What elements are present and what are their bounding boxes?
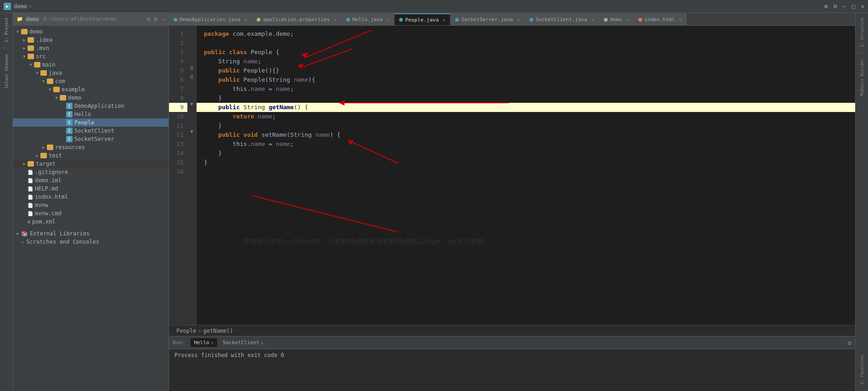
tab-demo-md[interactable]: demo ✕ [599,13,634,25]
tree-hello[interactable]: C Hello [13,110,169,118]
code-line-6: public People(String name){ [197,75,855,84]
hello-tab-close[interactable]: ✕ [211,341,214,345]
gear-icon[interactable]: ⚙ [147,16,151,22]
tree-gitignore[interactable]: 📄 .gitignore [13,168,169,176]
settings-icon[interactable]: ⚙ [824,3,828,10]
tree-arrow: ▶ [21,46,28,50]
tree-src[interactable]: ▼ src [13,52,169,61]
hide-icon[interactable]: — [161,16,165,22]
tree-test[interactable]: ▶ test [13,151,169,160]
tree-label: .gitignore [35,169,68,175]
tree-idea[interactable]: ▶ .idea [13,36,169,44]
project-tool-icon[interactable]: 1: Project [2,16,10,44]
tree-mvnw[interactable]: 📄 mvnw [13,201,169,209]
tab-close-icon[interactable]: ✕ [443,17,445,22]
title-bar: ▶ demo ▾ ⚙ ⊟ — □ ✕ [0,0,868,13]
tree-label: demo [68,95,81,101]
tree-arrow: ▶ [21,162,28,166]
minimize-icon[interactable]: — [843,3,846,10]
socketclient-tab-close[interactable]: ✕ [261,341,264,345]
code-line-3: public class People { [197,48,855,57]
tree-external-libs[interactable]: ▶ 📚 External Libraries [13,229,169,238]
tab-label: People.java [405,17,439,23]
favorites-panel-icon[interactable]: 2: Favorites [859,352,865,387]
tree-socketclient[interactable]: C SocketClient [13,127,169,135]
project-header-controls: ⚙ ⊞ — [147,16,165,22]
tree-pom[interactable]: m pom.xml [13,218,169,226]
right-sidebar: Z: Structure MyBatis Builder 2: Favorite… [855,13,868,391]
code-line-1: package com.example.demo; [197,29,855,39]
breadcrumb-people[interactable]: People [176,328,196,334]
tab-close-icon[interactable]: ✕ [387,17,389,22]
tab-people[interactable]: People.java ✕ [395,13,451,25]
tab-close-icon[interactable]: ✕ [517,17,520,22]
tab-label: DemoApplication.java [180,17,240,22]
tree-example[interactable]: ▼ example [13,85,169,94]
tab-label: SocketClient.java [535,17,587,22]
folder-icon [47,145,53,150]
tab-socketserver[interactable]: SocketServer.java ✕ [451,13,525,25]
tab-close-icon[interactable]: ✕ [334,17,337,22]
tree-label: resources [55,144,85,151]
line-numbers: 1 2 3 4 5 6 7 8 9 10 11 12 13 14 [169,26,187,325]
tree-arrow: ▼ [40,79,47,84]
bottom-gear-icon[interactable]: ⚙ [848,339,851,346]
folder-icon [47,78,53,84]
color-chooser-icon[interactable]: Colour Chooser [3,52,10,90]
tab-socketclient-run[interactable]: SocketClient ✕ [219,338,267,347]
tab-socketclient[interactable]: SocketClient.java ✕ [525,13,599,25]
svg-line-8 [252,196,399,232]
tree-main[interactable]: ▼ main [13,61,169,69]
tree-socketserver[interactable]: C SocketServer [13,135,169,143]
maximize-icon[interactable]: □ [851,3,855,10]
tab-demoapplication[interactable]: DemoApplication.java ✕ [169,13,252,25]
tree-label: mvnw [35,202,48,208]
bottom-panel: Run: Hello ✕ SocketClient ✕ ⚙ Process [169,336,855,391]
code-content[interactable]: package com.example.demo; public class P… [197,26,855,325]
tree-demo-iml[interactable]: 📄 demo.iml [13,176,169,184]
project-panel: 📁 demo D:\Users\XF\Desktop\demo ⚙ ⊞ — ▼ … [13,13,169,391]
mybatis-panel-icon[interactable]: MyBatis Builder [859,56,865,99]
window-controls: ⚙ ⊟ — □ ✕ [824,3,864,10]
socketclient-tab-label: SocketClient [223,340,259,346]
tree-label: SocketClient [74,128,114,134]
folder-icon [28,161,34,167]
tab-hello-run[interactable]: Hello ✕ [191,338,218,347]
tree-people[interactable]: C People [13,118,169,127]
file-icon: 📄 [28,178,33,183]
tab-close-icon[interactable]: ✕ [592,17,594,22]
tab-close-icon[interactable]: ✕ [244,17,247,22]
editor-tabs: DemoApplication.java ✕ application.prope… [169,13,855,26]
folder-icon [28,45,34,51]
tree-label: HELP.md [35,185,58,192]
tab-hello[interactable]: Hello.java ✕ [342,13,395,25]
tree-arrow: ▶ [15,231,21,236]
tab-appprops[interactable]: application.properties ✕ [252,13,342,25]
structure-panel-icon[interactable]: Z: Structure [859,15,865,50]
tab-index-html[interactable]: index.html ✕ [634,13,687,25]
tree-scratches[interactable]: ✏ Scratches and Consoles [13,238,169,246]
tree-target[interactable]: ▶ target [13,160,169,168]
tree-java[interactable]: ▼ java [13,69,169,77]
tree-root[interactable]: ▼ demo [13,28,169,36]
tree-label: java [49,70,62,76]
title-dropdown-icon[interactable]: ▾ [29,3,32,10]
tree-mvnw-cmd[interactable]: 📄 mvnw.cmd [13,209,169,218]
tree-help[interactable]: 📄 HELP.md [13,184,169,193]
tree-com[interactable]: ▼ com [13,77,169,85]
tree-resources[interactable]: ▶ resources [13,143,169,151]
expand-icon[interactable]: ⊞ [154,16,158,22]
close-icon[interactable]: ✕ [861,3,864,10]
bottom-tabs-bar: Run: Hello ✕ SocketClient ✕ ⚙ [169,336,855,349]
tree-demo-folder[interactable]: ▼ demo [13,94,169,102]
tree-demoapplication[interactable]: C DemoApplication [13,102,169,110]
file-icon: 📄 [28,203,33,208]
breadcrumb-getname[interactable]: getName() [203,328,233,334]
tab-close-icon[interactable]: ✕ [626,17,629,22]
tree-mvn[interactable]: ▶ .mvn [13,44,169,52]
folder-icon [60,95,66,101]
folder-icon [28,54,34,59]
tree-index-html[interactable]: 📄 index.html [13,193,169,201]
split-icon[interactable]: ⊟ [834,3,837,10]
tab-close-icon[interactable]: ✕ [679,17,682,22]
